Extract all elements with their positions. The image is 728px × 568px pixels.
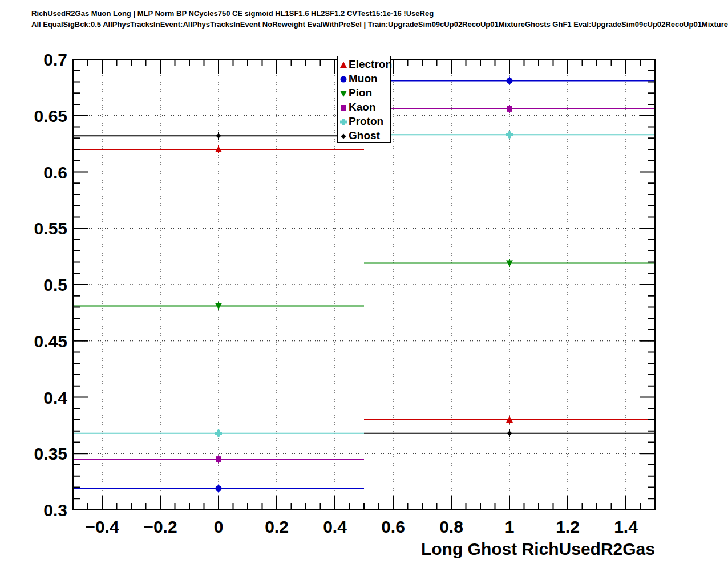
y-tick-label: 0.35 [34, 444, 67, 463]
legend-entry-electron: Electron [339, 57, 390, 71]
y-tick-label: 0.45 [34, 332, 67, 351]
legend-entry-proton: Proton [339, 114, 390, 128]
legend-label: Pion [349, 86, 372, 100]
electron-triangle-up-icon [339, 60, 349, 69]
x-tick-label: 0 [214, 517, 224, 536]
series-proton [73, 131, 655, 437]
x-tick-label: 1.4 [614, 517, 638, 536]
x-tick-label: −0.2 [143, 517, 177, 536]
legend-label: Ghost [349, 128, 380, 143]
y-tick-label: 0.4 [43, 388, 67, 407]
x-tick-label: −0.4 [85, 517, 119, 536]
y-tick-label: 0.6 [43, 163, 67, 182]
ghost-diamond-icon [339, 131, 349, 140]
y-tick-label: 0.7 [43, 50, 67, 69]
x-tick-label: 1 [505, 517, 515, 536]
legend-entry-pion: Pion [339, 86, 390, 100]
legend-label: Muon [349, 71, 378, 86]
x-tick-label: 1.2 [556, 517, 580, 536]
y-tick-label: 0.3 [43, 501, 67, 520]
legend-label: Kaon [349, 100, 376, 114]
x-axis-title: Long Ghost RichUsedR2Gas [256, 539, 655, 559]
y-tick-label: 0.5 [43, 275, 67, 294]
x-tick-label: 0.2 [265, 517, 289, 536]
x-tick-label: 0.4 [323, 517, 347, 536]
axis-tick-labels: −0.4−0.200.20.40.60.811.21.40.30.350.40.… [34, 50, 638, 536]
x-tick-label: 0.8 [439, 517, 463, 536]
series-kaon [73, 105, 655, 463]
pion-triangle-down-icon [339, 88, 349, 98]
legend-label: Electron [349, 57, 392, 71]
legend-entry-ghost: Ghost [339, 128, 390, 143]
legend-label: Proton [349, 114, 383, 128]
proton-plus-icon [339, 117, 349, 126]
muon-circle-icon [339, 74, 349, 83]
y-tick-label: 0.55 [34, 219, 67, 238]
legend-entry-muon: Muon [339, 71, 390, 86]
kaon-square-icon [339, 103, 349, 112]
legend-entry-kaon: Kaon [339, 100, 390, 114]
x-tick-label: 0.6 [381, 517, 405, 536]
legend: Electron Muon Pion Kaon Proton Ghost [337, 56, 391, 143]
root-canvas: RichUsedR2Gas Muon Long | MLP Norm BP NC… [0, 0, 728, 568]
y-tick-label: 0.65 [34, 107, 67, 125]
